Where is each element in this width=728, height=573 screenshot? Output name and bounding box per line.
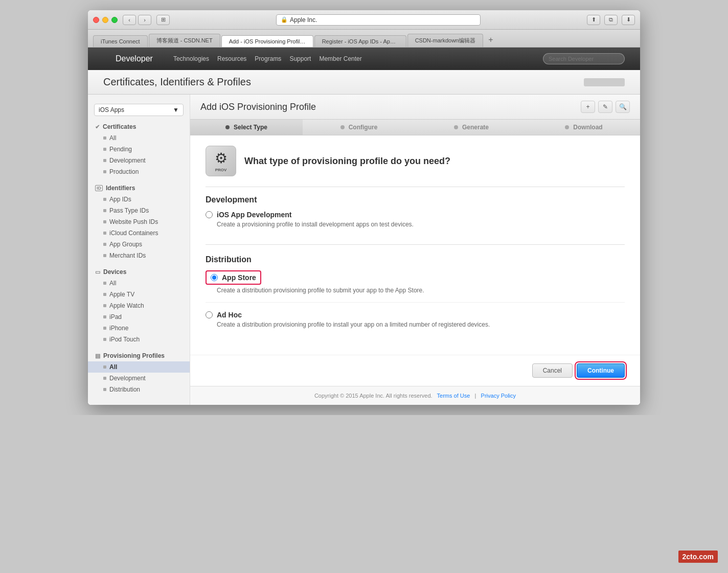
step-configure[interactable]: Configure (303, 120, 415, 135)
maximize-button[interactable] (111, 17, 118, 23)
nav-member-center[interactable]: Member Center (319, 55, 361, 62)
content-header: Add iOS Provisioning Profile + ✎ 🔍 (190, 95, 640, 120)
sidebar-item-prov-all[interactable]: All (88, 361, 190, 373)
sidebar-item-ipod-touch[interactable]: iPod Touch (88, 334, 190, 345)
terms-link[interactable]: Terms of Use (437, 393, 470, 399)
tab-csdn[interactable]: CSDN-markdown编辑器 (407, 34, 484, 47)
tab-blog[interactable]: 博客频道 - CSDN.NET (149, 34, 220, 47)
nav-technologies[interactable]: Technologies (173, 55, 209, 62)
sidebar-item-label: Production (109, 168, 139, 175)
sidebar-item-cert-production[interactable]: Production (88, 166, 190, 177)
question-header: ⚙ PROV What type of provisioning profile… (206, 146, 625, 176)
tab-add-profile[interactable]: Add - iOS Provisioning Profiles - Appl..… (221, 35, 313, 47)
sidebar-item-label: iPad (109, 313, 122, 320)
sidebar-item-apple-tv[interactable]: Apple TV (88, 289, 190, 300)
devices-header: ▭ Devices (88, 266, 190, 278)
ios-app-dev-radio[interactable] (206, 211, 213, 218)
devices-label: Devices (103, 268, 126, 276)
question-title: What type of provisioning profile do you… (244, 156, 450, 167)
sidebar-item-icloud-containers[interactable]: iCloud Containers (88, 227, 190, 239)
sidebar-item-prov-development[interactable]: Development (88, 373, 190, 384)
sidebar: iOS Apps ▼ ✔ Certificates All Pen (88, 95, 190, 405)
view-button[interactable]: ⊞ (156, 15, 170, 25)
step-select-type[interactable]: Select Type (190, 120, 303, 135)
add-action-button[interactable]: + (581, 101, 595, 113)
sidebar-item-apple-watch[interactable]: Apple Watch (88, 300, 190, 311)
sidebar-item-cert-development[interactable]: Development (88, 155, 190, 166)
nav-programs[interactable]: Programs (255, 55, 281, 62)
ios-app-dev-label[interactable]: iOS App Development (217, 211, 292, 219)
content-actions: + ✎ 🔍 (581, 101, 630, 113)
traffic-lights (93, 17, 118, 23)
ad-hoc-radio[interactable] (206, 311, 213, 318)
bullet-icon (103, 243, 106, 246)
distribution-section-label: Distribution (206, 255, 625, 264)
sidebar-item-app-ids[interactable]: App IDs (88, 194, 190, 205)
edit-action-button[interactable]: ✎ (598, 101, 612, 113)
continue-button[interactable]: Continue (577, 363, 625, 378)
sidebar-item-pass-type-ids[interactable]: Pass Type IDs (88, 205, 190, 216)
sidebar-item-merchant-ids[interactable]: Merchant IDs (88, 250, 190, 261)
wizard-steps: Select Type Configure Generate Download (190, 120, 640, 135)
bullet-icon (103, 220, 106, 223)
apple-nav-links: Technologies Resources Programs Support … (173, 55, 533, 62)
address-bar[interactable]: 🔒 Apple Inc. (276, 14, 481, 26)
nav-buttons: ‹ › (123, 15, 151, 25)
tab-itunes[interactable]: iTunes Connect (93, 35, 148, 47)
page-header: Certificates, Identifiers & Profiles (88, 70, 640, 95)
nav-search-input[interactable] (543, 53, 625, 64)
bullet-icon (103, 282, 106, 285)
sidebar-section-provisioning: ▤ Provisioning Profiles All Development … (88, 350, 190, 395)
app-store-desc: Create a distribution provisioning profi… (206, 287, 625, 294)
bullet-icon (103, 338, 106, 341)
close-button[interactable] (93, 17, 99, 23)
bullet-icon (103, 198, 106, 201)
bullet-icon (103, 293, 106, 296)
sidebar-item-label: All (109, 363, 117, 371)
development-section-label: Development (206, 195, 625, 204)
sidebar-item-label: Merchant IDs (109, 252, 146, 259)
prov-icon: ⚙ PROV (206, 146, 236, 176)
download-button[interactable]: ⬇ (622, 15, 635, 25)
step-label: Download (573, 124, 602, 131)
identifiers-icon: ID (95, 185, 103, 191)
step-dot (454, 125, 458, 129)
sidebar-item-devices-all[interactable]: All (88, 278, 190, 289)
certificates-label: Certificates (103, 123, 136, 130)
forward-button[interactable]: › (138, 15, 151, 25)
tab-register[interactable]: Register - iOS App IDs - Apple Developer (314, 35, 406, 47)
nav-resources[interactable]: Resources (217, 55, 246, 62)
sidebar-item-label: iPod Touch (109, 336, 140, 343)
app-store-label[interactable]: App Store (222, 273, 256, 282)
dropdown-arrow-icon: ▼ (173, 106, 179, 113)
ios-apps-dropdown[interactable]: iOS Apps ▼ (94, 104, 184, 116)
sidebar-item-website-push-ids[interactable]: Website Push IDs (88, 216, 190, 227)
cancel-button[interactable]: Cancel (532, 363, 573, 378)
app-store-radio[interactable] (211, 274, 218, 281)
nav-support[interactable]: Support (289, 55, 311, 62)
bullet-icon (103, 388, 106, 391)
tab-add-button[interactable]: + (484, 33, 497, 47)
step-download[interactable]: Download (528, 120, 640, 135)
search-action-button[interactable]: 🔍 (616, 101, 630, 113)
sidebar-item-prov-distribution[interactable]: Distribution (88, 384, 190, 395)
sidebar-item-cert-pending[interactable]: Pending (88, 144, 190, 155)
bullet-icon (103, 209, 106, 212)
app-store-option: App Store Create a distribution provisio… (206, 270, 625, 303)
ad-hoc-label[interactable]: Ad Hoc (217, 311, 242, 319)
sidebar-item-cert-all[interactable]: All (88, 132, 190, 144)
content-title: Add iOS Provisioning Profile (200, 102, 316, 112)
sidebar-item-iphone[interactable]: iPhone (88, 323, 190, 334)
privacy-link[interactable]: Privacy Policy (481, 393, 516, 399)
minimize-button[interactable] (102, 17, 108, 23)
step-generate[interactable]: Generate (415, 120, 528, 135)
sidebar-item-ipad[interactable]: iPad (88, 311, 190, 323)
app-store-row: App Store (206, 270, 625, 285)
sidebar-item-app-groups[interactable]: App Groups (88, 239, 190, 250)
tab-button[interactable]: ⧉ (604, 15, 618, 25)
ios-app-dev-option: iOS App Development Create a provisionin… (206, 211, 625, 236)
bullet-icon (103, 315, 106, 318)
share-button[interactable]: ⬆ (587, 15, 600, 25)
prov-icon-label: PROV (215, 168, 227, 172)
back-button[interactable]: ‹ (123, 15, 136, 25)
